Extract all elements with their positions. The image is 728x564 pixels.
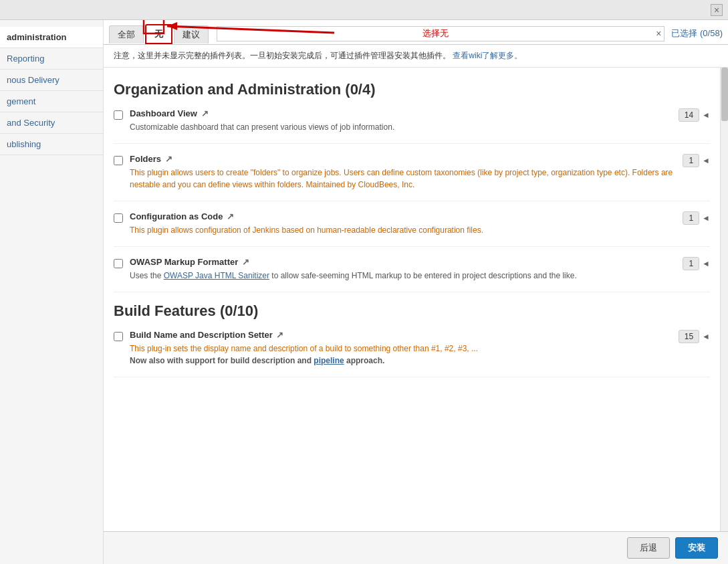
search-area: × 已选择 (0/58) [217,26,723,41]
search-clear-button[interactable]: × [656,28,661,39]
dep-arrow-folders: ◄ [702,156,710,165]
list-item: Build Name and Description Setter ↗ This… [114,330,710,377]
ext-link-icon[interactable]: ↗ [242,257,249,267]
plugin-checkbox-build-name-setter[interactable] [114,332,123,341]
bottom-bar: 后退 安装 [104,531,728,564]
ext-link-icon[interactable]: ↗ [227,211,234,221]
tab-all[interactable]: 全部 [109,25,144,43]
section-title-org-admin: Organization and Administration (0/4) [114,81,710,98]
plugin-content-owasp: OWASP Markup Formatter ↗ Uses the OWASP … [130,257,676,282]
plugin-deps-build-name-setter: 15 ◄ [679,330,710,343]
list-item: Dashboard View ↗ Customizable dashboard … [114,108,710,144]
sidebar-item-reporting[interactable]: Reporting [0,48,103,70]
plugin-name-dashboard: Dashboard View ↗ [130,108,672,118]
plugin-desc-part2: Now also with support for build descript… [130,356,384,365]
plugin-content-config-as-code: Configuration as Code ↗ This plugin allo… [130,211,676,236]
list-item: OWASP Markup Formatter ↗ Uses the OWASP … [114,257,710,292]
back-button[interactable]: 后退 [627,537,670,559]
plugin-content-dashboard: Dashboard View ↗ Customizable dashboard … [130,108,672,133]
plugin-desc-dashboard: Customizable dashboard that can present … [130,121,672,133]
plugin-name-owasp: OWASP Markup Formatter ↗ [130,257,676,267]
plugin-desc-build-name-setter: This plug-in sets the display name and d… [130,343,672,367]
dep-count-config-as-code: 1 [683,211,699,225]
section-title-build-features: Build Features (0/10) [114,302,710,320]
dep-arrow-config-as-code: ◄ [702,213,710,223]
dep-arrow-build-name-setter: ◄ [702,332,710,341]
plugin-list: Organization and Administration (0/4) Da… [104,68,720,531]
tab-suggest[interactable]: 建议 [174,25,209,43]
plugin-desc-config-as-code: This plugin allows configuration of Jenk… [130,224,676,236]
dep-arrow-dashboard: ◄ [702,110,710,120]
owasp-sanitizer-link[interactable]: OWASP Java HTML Sanitizer [164,271,269,280]
content-area: administration Reporting nous Delivery g… [0,20,728,564]
dep-count-dashboard: 14 [679,108,699,122]
top-bar: × [0,0,728,20]
sidebar-item-publishing[interactable]: ublishing [0,134,103,155]
sidebar-item-management[interactable]: gement [0,91,103,112]
plugin-deps-dashboard: 14 ◄ [679,108,710,122]
close-button[interactable]: × [711,4,723,16]
plugin-deps-config-as-code: 1 ◄ [683,211,710,225]
plugin-content-build-name-setter: Build Name and Description Setter ↗ This… [130,330,672,367]
notice-bar: 注意，这里并未显示完整的插件列表。一旦初始安装完成后，可通过插件管理器安装其他插… [104,45,728,68]
sidebar: administration Reporting nous Delivery g… [0,20,104,564]
pipeline-link[interactable]: pipeline [314,356,344,365]
selected-count: 已选择 (0/58) [671,27,723,39]
plugin-name-folders: Folders ↗ [130,154,676,164]
main-window: × administration Reporting nous Delivery… [0,0,728,564]
search-wrapper: × [217,26,664,41]
plugin-checkbox-folders[interactable] [114,156,123,165]
dep-count-folders: 1 [683,154,699,167]
plugin-checkbox-owasp[interactable] [114,259,123,268]
notice-link[interactable]: 查看wiki了解更多。 [453,51,522,60]
plugin-name-config-as-code: Configuration as Code ↗ [130,211,676,221]
sidebar-item-and-security[interactable]: and Security [0,112,103,134]
ext-link-icon[interactable]: ↗ [165,154,172,164]
plugin-list-outer: Organization and Administration (0/4) Da… [104,68,728,531]
plugin-checkbox-config-as-code[interactable] [114,213,123,223]
scrollbar-thumb[interactable] [721,68,728,121]
plugin-desc-folders: This plugin allows users to create "fold… [130,167,676,191]
plugin-name-build-name-setter: Build Name and Description Setter ↗ [130,330,672,340]
install-button[interactable]: 安装 [675,537,718,559]
ext-link-icon[interactable]: ↗ [201,108,209,118]
dep-arrow-owasp: ◄ [702,259,710,268]
sidebar-item-administration[interactable]: administration [0,27,103,48]
list-item: Folders ↗ This plugin allows users to cr… [114,154,710,201]
plugin-deps-folders: 1 ◄ [683,154,710,167]
ext-link-icon[interactable]: ↗ [276,330,283,340]
list-item: Configuration as Code ↗ This plugin allo… [114,211,710,247]
plugin-desc-part1: This plug-in sets the display name and d… [130,344,478,353]
notice-text: 注意，这里并未显示完整的插件列表。一旦初始安装完成后，可通过插件管理器安装其他插… [114,51,451,60]
sidebar-item-continuous-delivery[interactable]: nous Delivery [0,70,103,91]
tab-bar: 全部 无 建议 × 已选择 (0/58) [104,20,728,45]
scrollbar-track[interactable] [720,68,728,531]
plugin-content-folders: Folders ↗ This plugin allows users to cr… [130,154,676,191]
tab-none[interactable]: 无 [145,24,172,44]
plugin-deps-owasp: 1 ◄ [683,257,710,270]
list-bottom-padding [114,387,710,414]
main-panel: 全部 无 建议 × 已选择 (0/58) [104,20,728,564]
plugin-checkbox-dashboard[interactable] [114,110,123,120]
dep-count-build-name-setter: 15 [679,330,699,343]
search-input[interactable] [217,26,664,41]
plugin-desc-owasp: Uses the OWASP Java HTML Sanitizer to al… [130,270,676,282]
dep-count-owasp: 1 [683,257,699,270]
